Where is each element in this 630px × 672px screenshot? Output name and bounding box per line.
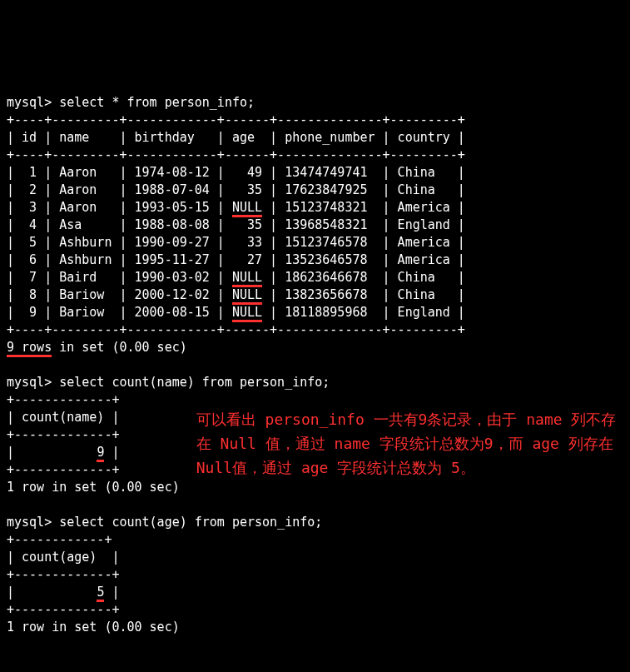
table-row: | 5 | Ashburn | 1990-09-27 | 33 | 151237… [7, 235, 465, 250]
table3-header: | count(age) | [7, 550, 119, 565]
query2: select count(name) from person_info; [59, 375, 330, 390]
table2-sep-bot: +-------------+ [7, 462, 119, 477]
status1: 9 rows in set (0.00 sec) [7, 340, 187, 357]
table3-row: | 5 | [7, 585, 119, 602]
table-row: | 1 | Aaron | 1974-08-12 | 49 | 13474749… [7, 165, 465, 180]
table3-sep-top: +------------+ [7, 532, 112, 547]
table-row: | 7 | Baird | 1990-03-02 | NULL | 186236… [7, 270, 465, 287]
annotation-comment: 可以看出 person_info 一共有9条记录，由于 name 列不存在 Nu… [180, 391, 623, 480]
query1: select * from person_info; [59, 95, 255, 110]
table-row: | 4 | Asa | 1988-08-08 | 35 | 1396854832… [7, 217, 465, 232]
prompt: mysql> [7, 375, 52, 390]
table1-rows: | 1 | Aaron | 1974-08-12 | 49 | 13474749… [7, 164, 623, 321]
table-row: | 2 | Aaron | 1988-07-04 | 35 | 17623847… [7, 182, 465, 197]
table1-sep-top: +----+---------+------------+------+----… [7, 112, 465, 127]
table3-sep-bot: +-------------+ [7, 602, 119, 617]
table1-sep-mid: +----+---------+------------+------+----… [7, 147, 465, 162]
status2: 1 row in set (0.00 sec) [7, 480, 180, 495]
table3-sep-mid: +-------------+ [7, 567, 119, 582]
table1-header: | id | name | birthday | age | phone_num… [7, 130, 465, 145]
table1-sep-bot: +----+---------+------------+------+----… [7, 322, 465, 337]
table2-header: | count(name) | [7, 410, 119, 425]
table2-sep-mid: +-------------+ [7, 427, 119, 442]
prompt: mysql> [7, 515, 52, 530]
query3: select count(age) from person_info; [59, 515, 322, 530]
table2-sep-top: +-------------+ [7, 392, 119, 407]
table-row: | 3 | Aaron | 1993-05-15 | NULL | 151237… [7, 200, 465, 217]
table-row: | 6 | Ashburn | 1995-11-27 | 27 | 135236… [7, 252, 465, 267]
status3: 1 row in set (0.00 sec) [7, 620, 180, 635]
table-row: | 9 | Bariow | 2000-08-15 | NULL | 18118… [7, 305, 465, 322]
table2-row: | 9 | [7, 445, 119, 462]
terminal-output: mysql> select * from person_info; +----+… [7, 77, 623, 636]
table-row: | 8 | Bariow | 2000-12-02 | NULL | 13823… [7, 287, 465, 305]
prompt: mysql> [7, 95, 52, 110]
